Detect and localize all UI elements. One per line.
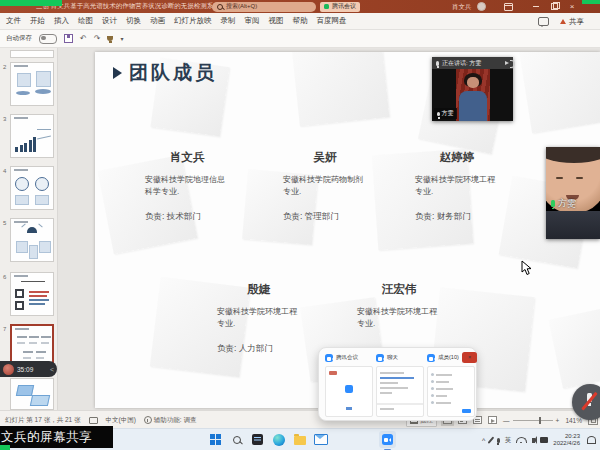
tab-record[interactable]: 录制 (221, 16, 236, 26)
zoom-slider[interactable]: — + (503, 417, 559, 424)
close-preview-button[interactable]: × (462, 352, 477, 363)
slide-thumbnail-17[interactable] (10, 272, 54, 316)
preview-thumbnail[interactable] (376, 366, 424, 417)
notification-bell-icon[interactable] (587, 436, 596, 444)
taskbar-clock[interactable]: 20:23 2022/4/26 (553, 433, 580, 447)
speaker-icon[interactable] (532, 438, 535, 443)
clock-time: 20:23 (553, 433, 580, 440)
slide-counter[interactable]: 幻灯片 第 17 张，共 21 张 (5, 416, 81, 425)
close-button[interactable]: × (564, 0, 580, 13)
zoom-thumb[interactable] (539, 417, 542, 424)
preview-graphic (346, 407, 352, 410)
tab-baidu-netdisk[interactable]: 百度网盘 (317, 16, 347, 26)
slide-thumbnail-16[interactable] (10, 218, 54, 262)
slideshow-view-button[interactable] (488, 416, 497, 424)
tab-animations[interactable]: 动画 (150, 16, 165, 26)
language-status[interactable]: 中文(中国) (106, 416, 136, 425)
member-block[interactable]: 汪宏伟 安徽科技学院环境工程专业. (357, 282, 441, 343)
search-input[interactable]: 搜索(Alt+Q) (212, 2, 316, 12)
tab-review[interactable]: 审阅 (245, 16, 260, 26)
meeting-float-bar[interactable]: 35:09 < (0, 361, 57, 377)
zoom-percentage[interactable]: 141% (565, 417, 582, 424)
thumbnail-graphic (30, 395, 50, 406)
tab-help[interactable]: 帮助 (293, 16, 308, 26)
taskbar-edge[interactable] (271, 432, 286, 447)
ribbon-display-options-button[interactable] (500, 0, 516, 13)
preview-card-meeting[interactable]: 腾讯会议 (325, 352, 371, 363)
tab-file[interactable]: 文件 (6, 16, 21, 26)
taskbar-mail[interactable] (313, 432, 328, 447)
tab-design[interactable]: 设计 (102, 16, 117, 26)
collapse-icon[interactable]: < (50, 366, 54, 373)
tab-draw[interactable]: 绘图 (78, 16, 93, 26)
member-block[interactable]: 吴妍 安徽科技学院药物制剂专业. 负责: 管理部门 (283, 150, 367, 223)
meeting-video-window-large[interactable]: 方雯 (546, 147, 600, 239)
member-block[interactable]: 肖文兵 安徽科技学院地理信息科学专业. 负责: 技术部门 (145, 150, 229, 223)
undo-icon[interactable]: ↶ (80, 35, 87, 43)
preview-thumbnail[interactable] (427, 366, 475, 417)
taskbar-file-explorer[interactable] (292, 432, 307, 447)
zoom-track[interactable] (513, 420, 553, 421)
slide-thumbnail-partial-top[interactable] (10, 50, 54, 58)
thumbnail-graphic (15, 328, 29, 330)
preview-card-members[interactable]: 成员(10) × (427, 352, 473, 363)
account-name[interactable]: 肖文兵 (452, 3, 472, 12)
minimize-button[interactable] (528, 0, 544, 13)
redo-icon[interactable]: ↷ (94, 35, 101, 43)
screen-share-banner: 文兵的屏幕共享 (0, 426, 113, 448)
save-icon[interactable] (64, 34, 73, 43)
slide-thumbnail-15[interactable] (10, 166, 54, 210)
preview-graphic (436, 402, 451, 404)
preview-card-chat[interactable]: 聊天 (376, 352, 422, 363)
mail-icon (314, 434, 328, 445)
meeting-share-indicator[interactable]: 腾讯会议 (320, 2, 360, 12)
accessibility-status[interactable]: 辅助功能: 调查 (144, 416, 197, 425)
member-block[interactable]: 殷婕 安徽科技学院环境工程专业. 负责: 人力部门 (217, 282, 301, 355)
thumbnail-graphic (38, 224, 42, 228)
slide-thumbnail-partial-bottom[interactable] (10, 378, 54, 410)
speaking-header: 正在讲话: 方雯 (432, 57, 513, 69)
unmute-button[interactable] (572, 384, 600, 420)
member-desc: 安徽科技学院环境工程专业. (217, 306, 301, 329)
tab-slideshow[interactable]: 幻灯片放映 (174, 16, 212, 26)
start-button[interactable] (208, 432, 223, 447)
meeting-camera-icon (427, 354, 435, 362)
display-settings-icon[interactable] (89, 417, 98, 424)
slide-number: 5 (3, 220, 6, 226)
zoom-in-button[interactable]: + (556, 417, 560, 424)
wifi-icon[interactable] (516, 437, 527, 443)
thumbnail-graphic (29, 336, 39, 338)
zoom-out-button[interactable]: — (503, 417, 510, 424)
tab-view[interactable]: 视图 (269, 16, 284, 26)
customize-qat-icon[interactable]: ▾ (120, 36, 123, 42)
share-button[interactable]: 共享 (556, 15, 588, 28)
slide-title[interactable]: 团队成员 (113, 60, 217, 86)
ime-indicator[interactable]: 英 (505, 436, 512, 445)
tab-transitions[interactable]: 切换 (126, 16, 141, 26)
tab-insert[interactable]: 插入 (54, 16, 69, 26)
mic-tray-icon[interactable] (497, 438, 500, 443)
taskbar-search-button[interactable] (229, 432, 244, 447)
title-bullet-icon (113, 67, 122, 79)
avatar[interactable] (477, 2, 486, 11)
preview-thumbnail[interactable] (325, 366, 373, 417)
taskbar-tencent-meeting[interactable] (379, 431, 396, 448)
autosave-toggle[interactable] (39, 34, 57, 44)
tray-chevron-icon[interactable]: ^ (482, 437, 485, 444)
restore-button[interactable] (546, 0, 562, 13)
pen-tray-icon[interactable] (488, 436, 494, 443)
slide-thumbnail-current[interactable] (10, 324, 54, 364)
slide-thumbnail-14[interactable] (10, 114, 54, 158)
tablet-icon[interactable] (540, 437, 548, 443)
meeting-video-window[interactable]: 正在讲话: 方雯 方雯 (432, 57, 513, 121)
slide-thumbnail-13[interactable] (10, 62, 54, 106)
member-block[interactable]: 赵婷婷 安徽科技学院环境工程专业. 负责: 财务部门 (415, 150, 499, 223)
comments-icon[interactable] (538, 17, 549, 26)
video-figure (459, 91, 487, 121)
accessibility-icon (144, 416, 152, 424)
meeting-avatar (3, 364, 14, 375)
taskbar-app-dark[interactable] (250, 432, 265, 447)
preview-graphic (431, 387, 434, 390)
tab-home[interactable]: 开始 (30, 16, 45, 26)
start-slideshow-icon[interactable] (107, 36, 113, 41)
